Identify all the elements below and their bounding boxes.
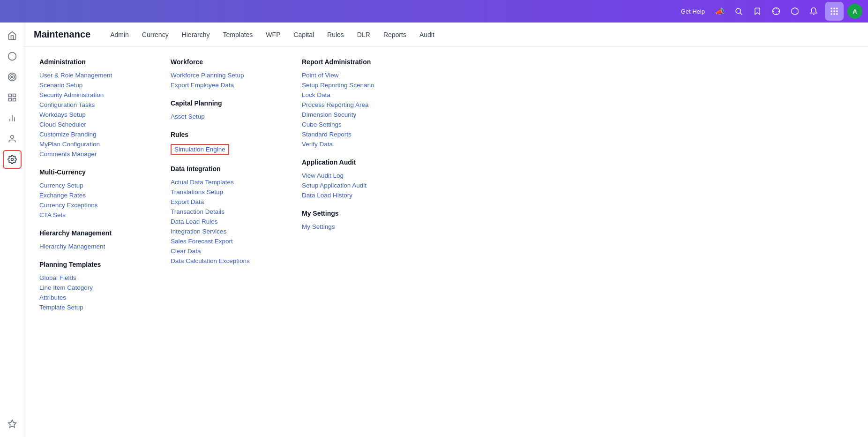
nav-audit[interactable]: Audit	[419, 29, 435, 40]
svg-point-27	[10, 136, 14, 139]
link-transaction-details[interactable]: Transaction Details	[171, 207, 294, 217]
link-actual-data-templates[interactable]: Actual Data Templates	[171, 177, 294, 187]
search-icon[interactable]	[731, 4, 746, 19]
link-clear-data[interactable]: Clear Data	[171, 246, 294, 256]
svg-rect-11	[833, 10, 835, 12]
svg-rect-15	[836, 13, 838, 15]
link-myplan-configuration[interactable]: MyPlan Configuration	[39, 139, 163, 149]
link-attributes[interactable]: Attributes	[39, 293, 163, 302]
nav-admin[interactable]: Admin	[109, 29, 130, 40]
menu-column-2: Workforce Workforce Planning Setup Expor…	[171, 58, 302, 312]
link-simulation-engine[interactable]: Simulation Engine	[171, 144, 229, 155]
section-title-rules: Rules	[171, 131, 294, 138]
link-workdays-setup[interactable]: Workdays Setup	[39, 110, 163, 120]
nav-templates[interactable]: Templates	[222, 29, 254, 40]
link-view-audit-log[interactable]: View Audit Log	[302, 171, 444, 181]
svg-point-0	[736, 8, 741, 14]
nav-dlr[interactable]: DLR	[356, 29, 371, 40]
link-cloud-scheduler[interactable]: Cloud Scheduler	[39, 120, 163, 129]
sidebar-settings-icon[interactable]	[3, 150, 22, 169]
nav-rules[interactable]: Rules	[326, 29, 345, 40]
avatar[interactable]: A	[847, 4, 862, 19]
nav-hierarchy[interactable]: Hierarchy	[181, 29, 211, 40]
page-title: Maintenance	[34, 29, 90, 40]
link-translations-setup[interactable]: Translations Setup	[171, 187, 294, 197]
svg-rect-21	[13, 94, 15, 97]
link-user-role-management[interactable]: User & Role Management	[39, 70, 163, 80]
link-currency-setup[interactable]: Currency Setup	[39, 181, 163, 190]
section-title-report-administration: Report Administration	[302, 58, 444, 66]
link-data-calculation-exceptions[interactable]: Data Calculation Exceptions	[171, 256, 294, 266]
link-configuration-tasks[interactable]: Configuration Tasks	[39, 100, 163, 110]
menu-column-3: Report Administration Point of View Setu…	[302, 58, 452, 312]
cube-icon[interactable]	[787, 4, 802, 19]
svg-point-18	[10, 75, 15, 79]
svg-rect-23	[8, 98, 11, 101]
svg-line-1	[740, 13, 742, 15]
section-title-my-settings: My Settings	[302, 210, 444, 217]
link-exchange-rates[interactable]: Exchange Rates	[39, 190, 163, 200]
sidebar-chart-icon[interactable]	[3, 109, 22, 128]
link-point-of-view[interactable]: Point of View	[302, 70, 444, 80]
link-template-setup[interactable]: Template Setup	[39, 302, 163, 312]
link-data-load-rules[interactable]: Data Load Rules	[171, 217, 294, 226]
svg-point-16	[8, 53, 16, 60]
link-export-employee-data[interactable]: Export Employee Data	[171, 80, 294, 90]
section-title-capital-planning: Capital Planning	[171, 99, 294, 107]
sidebar-grid-icon[interactable]	[3, 88, 22, 107]
sidebar-target-icon[interactable]	[3, 68, 22, 86]
link-cta-sets[interactable]: CTA Sets	[39, 210, 163, 220]
svg-rect-7	[831, 8, 832, 9]
link-data-load-history[interactable]: Data Load History	[302, 190, 444, 200]
link-scenario-setup[interactable]: Scenario Setup	[39, 80, 163, 90]
menu-column-1: Administration User & Role Management Sc…	[39, 58, 171, 312]
section-title-hierarchy-management: Hierarchy Management	[39, 229, 163, 237]
nav-wfp[interactable]: WFP	[265, 29, 281, 40]
content-area: Maintenance Admin Currency Hierarchy Tem…	[24, 23, 868, 437]
apps-button[interactable]	[825, 2, 844, 21]
link-dimension-security[interactable]: Dimension Security	[302, 110, 444, 120]
link-line-item-category[interactable]: Line Item Category	[39, 283, 163, 293]
sidebar-home-icon[interactable]	[3, 26, 22, 45]
link-verify-data[interactable]: Verify Data	[302, 139, 444, 149]
crosshair-icon[interactable]	[769, 4, 784, 19]
link-process-reporting-area[interactable]: Process Reporting Area	[302, 100, 444, 110]
section-title-administration: Administration	[39, 58, 163, 66]
link-asset-setup[interactable]: Asset Setup	[171, 112, 294, 121]
link-comments-manager[interactable]: Comments Manager	[39, 149, 163, 159]
svg-point-19	[11, 76, 13, 77]
link-workforce-planning-setup[interactable]: Workforce Planning Setup	[171, 70, 294, 80]
link-export-data[interactable]: Export Data	[171, 197, 294, 207]
link-customize-branding[interactable]: Customize Branding	[39, 129, 163, 139]
menu-grid: Administration User & Role Management Sc…	[39, 58, 853, 312]
sidebar	[0, 23, 24, 437]
sidebar-person-icon[interactable]	[3, 129, 22, 148]
link-my-settings[interactable]: My Settings	[302, 222, 444, 232]
link-security-administration[interactable]: Security Administration	[39, 90, 163, 100]
svg-rect-14	[833, 13, 835, 15]
sidebar-pin-icon[interactable]	[3, 414, 22, 433]
link-currency-exceptions[interactable]: Currency Exceptions	[39, 200, 163, 210]
sidebar-circle-icon[interactable]	[3, 47, 22, 66]
section-title-data-integration: Data Integration	[171, 165, 294, 173]
link-lock-data[interactable]: Lock Data	[302, 90, 444, 100]
link-integration-services[interactable]: Integration Services	[171, 226, 294, 236]
megaphone-icon[interactable]: 📣	[712, 4, 727, 19]
bell-icon[interactable]	[806, 4, 821, 19]
navbar: Maintenance Admin Currency Hierarchy Tem…	[24, 23, 868, 47]
link-hierarchy-management[interactable]: Hierarchy Management	[39, 241, 163, 251]
link-sales-forecast-export[interactable]: Sales Forecast Export	[171, 236, 294, 246]
get-help-label[interactable]: Get Help	[681, 8, 705, 15]
svg-rect-9	[836, 8, 838, 9]
link-setup-application-audit[interactable]: Setup Application Audit	[302, 181, 444, 190]
nav-currency[interactable]: Currency	[141, 29, 170, 40]
svg-rect-22	[13, 98, 15, 101]
nav-capital[interactable]: Capital	[292, 29, 315, 40]
link-global-fields[interactable]: Global Fields	[39, 273, 163, 283]
link-standard-reports[interactable]: Standard Reports	[302, 129, 444, 139]
link-cube-settings[interactable]: Cube Settings	[302, 120, 444, 129]
bookmark-icon[interactable]	[750, 4, 765, 19]
nav-reports[interactable]: Reports	[382, 29, 407, 40]
link-setup-reporting-scenario[interactable]: Setup Reporting Scenario	[302, 80, 444, 90]
section-title-workforce: Workforce	[171, 58, 294, 66]
